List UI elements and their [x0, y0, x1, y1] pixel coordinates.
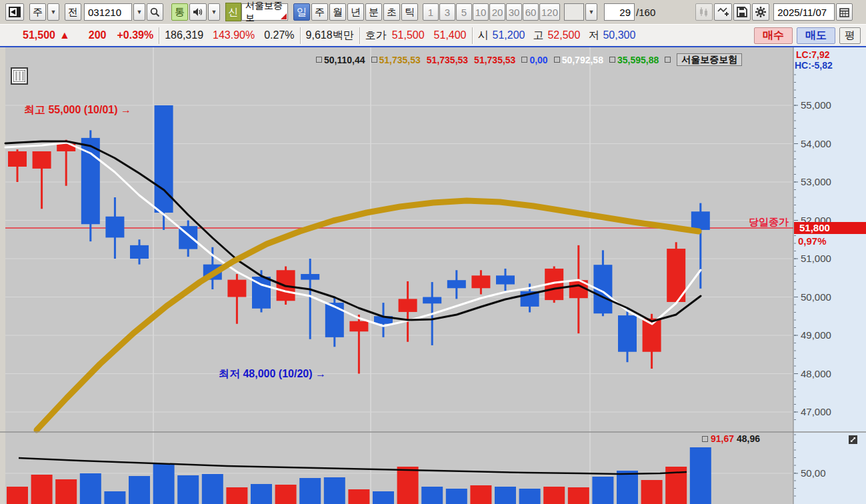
volume-value: 186,319 — [165, 29, 203, 41]
legend-square-icon — [665, 57, 671, 63]
candle-body — [349, 321, 368, 332]
volume-segment: 186,319 143.90% 0.27% — [165, 27, 294, 44]
popout-window-button[interactable] — [5, 3, 24, 21]
period-tab-week[interactable]: 주 — [311, 3, 328, 21]
legend-item: 0,00 — [521, 55, 547, 65]
low-annotation: 최저 48,000 (10/20) → — [219, 367, 326, 381]
sound-button[interactable] — [189, 3, 207, 21]
volume-bar — [592, 477, 613, 504]
volume-bar — [568, 487, 589, 504]
hoga-segment: 호가 51,500 51,400 — [365, 27, 467, 44]
candle-body — [399, 299, 417, 312]
interval-30[interactable]: 30 — [506, 3, 522, 21]
legend-item: 51,735,53 — [371, 55, 421, 65]
volume-bar — [80, 473, 101, 504]
close-line-label: 당일종가 — [749, 216, 789, 229]
interval-60[interactable]: 60 — [523, 3, 539, 21]
period-tab-year[interactable]: 년 — [347, 3, 364, 21]
legend-value: 51,735,53 — [427, 55, 468, 65]
calendar-button[interactable] — [836, 3, 853, 21]
chart-type-button[interactable]: 주 — [29, 3, 46, 21]
interval-120[interactable]: 120 — [539, 3, 560, 21]
legend-value: 0,00 — [529, 55, 547, 65]
bid-price: 51,400 — [434, 29, 467, 41]
turnover-pct: 0.27% — [264, 29, 294, 41]
stock-search-button[interactable] — [147, 3, 163, 21]
extra-dropdown-arrow[interactable]: ▼ — [585, 3, 597, 21]
current-price: 51,500 — [23, 29, 55, 41]
volume-bar — [446, 489, 467, 504]
ohl-segment: 시 51,200 고 52,500 저 50,300 — [478, 27, 636, 44]
bar-count-input[interactable]: 29 — [604, 3, 635, 21]
candles-icon — [699, 7, 709, 17]
interval-20[interactable]: 20 — [489, 3, 505, 21]
popout-window-icon — [9, 7, 21, 17]
stock-code-input[interactable]: 031210 — [84, 3, 132, 21]
volume-bar — [251, 484, 272, 504]
price-change: 200 — [89, 29, 107, 41]
open-price: 51,200 — [493, 29, 525, 41]
volume-bar — [177, 475, 199, 504]
stock-name-corner-mark — [281, 13, 287, 19]
candle-body — [130, 245, 149, 259]
avg-button[interactable]: 평 — [839, 27, 861, 44]
volume-bar — [690, 447, 711, 504]
date-input[interactable]: 2025/11/07 — [773, 3, 835, 21]
sub-axis-label: 50,00 — [801, 467, 826, 479]
legend-item: 51,735,53 — [474, 55, 515, 65]
stock-code-dropdown[interactable]: ▼ — [133, 3, 145, 21]
price-axis-label: 53,000 — [801, 176, 831, 187]
volume-bar — [519, 489, 541, 504]
period-tab-day[interactable]: 일 — [293, 3, 310, 21]
sound-dropdown[interactable]: ▼ — [208, 3, 220, 21]
volume-bar — [299, 478, 321, 504]
price-axis-label: 49,000 — [801, 329, 831, 341]
candle-body — [33, 151, 51, 169]
settings-button[interactable] — [752, 3, 769, 21]
hoga-label: 호가 — [365, 29, 387, 43]
price-axis-label: 48,000 — [801, 368, 831, 379]
interval-3[interactable]: 3 — [439, 3, 455, 21]
candle-body — [691, 211, 710, 230]
price-axis-label: 50,000 — [801, 291, 831, 303]
tong-button[interactable]: 통 — [171, 3, 188, 21]
bar-total-label: /160 — [636, 7, 655, 18]
data-table-button[interactable] — [11, 67, 28, 85]
maximize-subchart-button[interactable] — [849, 435, 857, 444]
volume-ratio: 143.90% — [213, 29, 255, 41]
candle-body — [301, 274, 319, 280]
stock-name-input[interactable]: 서울보증보 — [241, 3, 288, 21]
buy-button[interactable]: 매수 — [754, 27, 793, 44]
chart-type-dropdown[interactable]: ▼ — [47, 3, 59, 21]
legend-value: 50,792,58 — [562, 55, 603, 65]
volume-bar — [202, 474, 223, 504]
volume-bar — [226, 487, 247, 504]
legend-value: 51,735,53 — [379, 55, 421, 65]
sell-button[interactable]: 매도 — [797, 27, 835, 44]
legend-square-icon — [609, 57, 615, 63]
save-button[interactable] — [733, 3, 751, 21]
sub-indicator-legend: 91,67 48,96 — [702, 433, 760, 444]
legend-square-icon — [371, 57, 377, 63]
interval-5[interactable]: 5 — [456, 3, 472, 21]
save-icon — [737, 7, 747, 17]
high-price: 52,500 — [547, 29, 580, 41]
period-tab-month[interactable]: 월 — [329, 3, 346, 21]
volume-bar — [470, 485, 491, 504]
interval-10[interactable]: 10 — [473, 3, 489, 21]
volume-bar — [129, 476, 150, 504]
add-indicator-button[interactable] — [714, 3, 732, 21]
period-tab-minute[interactable]: 분 — [365, 3, 382, 21]
extra-dropdown[interactable] — [564, 3, 584, 21]
period-tab-tick[interactable]: 틱 — [401, 3, 418, 21]
period-tab-second[interactable]: 초 — [383, 3, 400, 21]
legend-item: 35,595,88 — [609, 55, 659, 65]
jeon-button[interactable]: 전 — [65, 3, 81, 21]
lc-value: LC:7,92 — [796, 49, 830, 60]
volume-bar — [543, 487, 565, 504]
trade-value-segment: 9,618백만 — [306, 27, 354, 44]
interval-1[interactable]: 1 — [423, 3, 439, 21]
volume-bar — [421, 487, 443, 504]
price-change-pct: +0.39% — [117, 29, 153, 41]
compare-chart-button[interactable] — [695, 3, 713, 21]
